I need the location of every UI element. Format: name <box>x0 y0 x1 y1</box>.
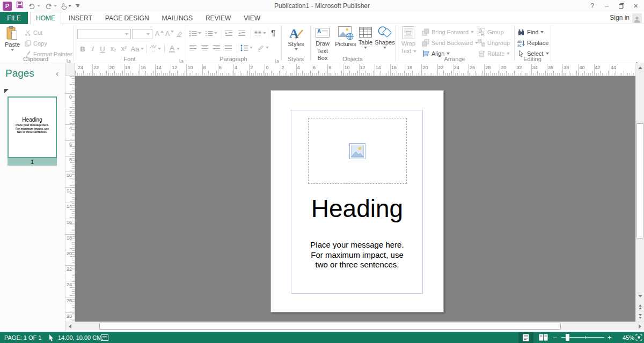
next-page-button[interactable] <box>636 312 644 320</box>
two-page-spread-view-button[interactable] <box>536 332 551 343</box>
horizontal-ruler[interactable]: 2422201816141210864202468101214161820222… <box>75 63 635 76</box>
single-page-view-button[interactable] <box>518 332 533 343</box>
object-size-indicator-icon[interactable] <box>101 332 108 343</box>
special-characters-button[interactable]: ¶ <box>271 27 275 37</box>
tab-view[interactable]: VIEW <box>238 12 266 24</box>
align-right-button[interactable] <box>213 43 221 53</box>
scroll-up-button[interactable] <box>636 63 644 72</box>
tab-file[interactable]: FILE <box>0 12 28 24</box>
font-name-combo[interactable] <box>77 29 131 39</box>
find-button[interactable]: Find <box>517 27 544 37</box>
group-button[interactable]: Group <box>478 27 504 37</box>
underline-button[interactable]: U <box>99 43 106 54</box>
font-name-caret[interactable] <box>123 29 130 39</box>
styles-button[interactable]: A Styles <box>283 26 309 50</box>
shrink-font-button[interactable]: A <box>165 29 174 39</box>
picture-placeholder[interactable] <box>308 118 407 184</box>
align-center-button[interactable] <box>201 43 209 53</box>
paste-button[interactable]: Paste <box>2 26 23 51</box>
table-button[interactable]: Table <box>356 26 375 49</box>
hyphenation-button[interactable] <box>257 43 269 53</box>
bold-button[interactable]: B <box>78 43 87 54</box>
clear-formatting-button[interactable] <box>175 29 182 39</box>
zoom-level[interactable]: 45% <box>616 332 634 343</box>
scroll-left-button[interactable] <box>65 322 74 330</box>
previous-page-button[interactable] <box>636 302 644 311</box>
justify-button[interactable] <box>224 43 232 53</box>
horizontal-scroll-thumb[interactable] <box>99 323 561 330</box>
change-case-button[interactable]: Aa <box>130 43 144 54</box>
account-avatar-icon[interactable] <box>632 13 642 23</box>
tab-home[interactable]: HOME <box>30 12 61 25</box>
page-thumbnail[interactable]: Heading Place your message here. For max… <box>8 96 57 158</box>
grow-font-button[interactable]: A <box>155 29 164 39</box>
zoom-in-button[interactable]: + <box>608 332 612 343</box>
minimize-button[interactable]: – <box>599 0 614 12</box>
undo-dropdown-caret[interactable] <box>37 5 40 7</box>
sign-in-link[interactable]: Sign in <box>610 12 630 24</box>
send-backward-button[interactable]: Send Backward <box>422 38 478 48</box>
restore-button[interactable] <box>614 0 628 12</box>
zoom-out-button[interactable]: − <box>553 332 557 343</box>
page-indicator[interactable]: PAGE: 1 OF 1 <box>4 332 42 343</box>
font-color-button[interactable]: A <box>167 43 181 54</box>
bring-forward-button[interactable]: Bring Forward <box>422 27 474 37</box>
shrink-font-arrow-icon <box>171 31 174 33</box>
align-left-button[interactable] <box>189 43 197 53</box>
subscript-button[interactable]: x₂ <box>108 43 118 54</box>
italic-button[interactable]: I <box>89 43 97 54</box>
decrease-indent-button[interactable] <box>225 28 233 38</box>
character-spacing-button[interactable]: AV↔ <box>149 43 163 54</box>
shapes-button[interactable]: Shapes <box>375 26 395 49</box>
tab-mailings[interactable]: MAILINGS <box>157 12 198 24</box>
pictures-button[interactable]: Pictures <box>335 26 356 48</box>
line-spacing-button[interactable] <box>240 43 253 53</box>
eraser-icon <box>175 31 182 37</box>
vertical-scrollbar[interactable] <box>635 63 644 322</box>
vertical-scroll-thumb[interactable] <box>636 123 643 238</box>
tab-review[interactable]: REVIEW <box>200 12 236 24</box>
touch-mode-caret[interactable] <box>68 5 71 7</box>
replace-button[interactable]: abac Replace <box>517 38 548 48</box>
page-number-badge[interactable]: 1 <box>8 158 57 166</box>
styles-caret[interactable] <box>295 48 298 50</box>
horizontal-scrollbar[interactable] <box>65 322 644 330</box>
redo-button[interactable] <box>45 3 57 9</box>
vertical-ruler[interactable]: 0246810121416182022242628 <box>65 76 75 322</box>
customize-qat-button[interactable] <box>76 4 79 8</box>
table-caret[interactable] <box>364 47 367 49</box>
undo-button[interactable] <box>28 3 40 9</box>
superscript-button[interactable]: x² <box>119 43 129 54</box>
touch-mode-button[interactable] <box>61 3 71 10</box>
workspace[interactable]: Heading Place your message here. For max… <box>75 76 635 322</box>
wrap-text-button[interactable]: Wrap Text <box>398 26 419 55</box>
heading-text-box[interactable]: Heading <box>271 194 443 223</box>
cut-button[interactable]: Cut <box>25 28 42 38</box>
cursor-coordinates[interactable]: 14.00, 10.00 CM. <box>58 332 103 343</box>
font-size-combo[interactable] <box>132 29 152 39</box>
help-button[interactable]: ? <box>585 0 599 12</box>
publisher-app-icon[interactable]: P <box>3 2 12 11</box>
pages-section-expander-icon[interactable] <box>4 89 9 93</box>
scroll-down-button[interactable] <box>636 292 644 300</box>
body-text-box[interactable]: Place your message here. For maximum imp… <box>271 240 443 270</box>
publication-page[interactable]: Heading Place your message here. For max… <box>270 90 444 312</box>
zoom-slider-thumb[interactable] <box>566 334 569 341</box>
copy-button[interactable]: Copy <box>25 39 47 48</box>
pages-panel-collapse-chevron[interactable]: ‹ <box>56 69 58 78</box>
bullets-button[interactable] <box>189 28 201 38</box>
increase-indent-button[interactable] <box>238 28 246 38</box>
save-button[interactable] <box>16 1 24 11</box>
fit-page-button[interactable] <box>635 332 642 343</box>
shapes-caret[interactable] <box>383 47 386 49</box>
tab-insert[interactable]: INSERT <box>63 12 98 24</box>
paste-caret[interactable] <box>11 49 14 51</box>
numbering-button[interactable] <box>205 28 217 38</box>
redo-dropdown-caret[interactable] <box>54 5 57 7</box>
columns-button[interactable] <box>254 28 266 38</box>
scroll-right-button[interactable] <box>635 322 644 330</box>
ungroup-button[interactable]: Ungroup <box>478 38 510 48</box>
font-size-caret[interactable] <box>144 29 152 39</box>
tab-page-design[interactable]: PAGE DESIGN <box>100 12 155 24</box>
close-button[interactable]: × <box>628 0 643 12</box>
